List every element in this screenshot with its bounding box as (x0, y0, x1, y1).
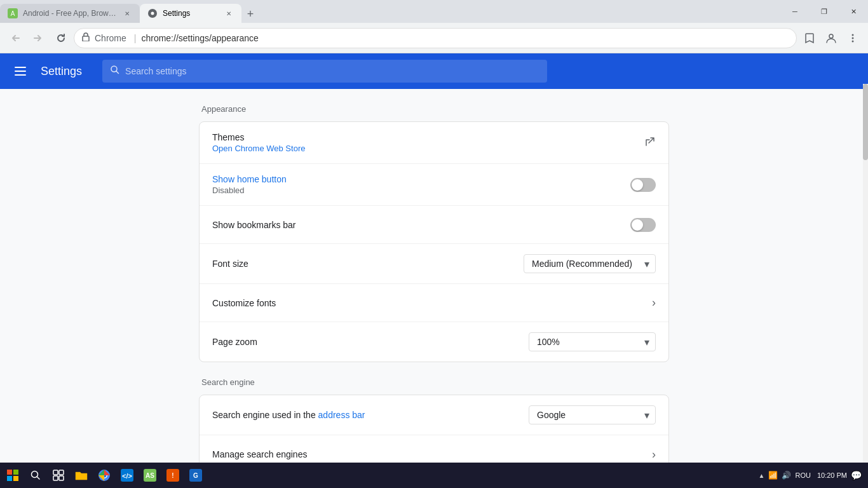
scrollbar-thumb[interactable] (863, 84, 868, 160)
search-engine-card: Search engine used in the address bar Go… (199, 395, 669, 463)
content-area: Appearance Themes Open Chrome Web Store (0, 89, 868, 463)
show-home-button-row[interactable]: Show home button Disabled (200, 164, 668, 206)
tab-android[interactable]: A Android - Free App, Browser & C ✕ (0, 4, 140, 23)
show-bookmarks-bar-title: Show bookmarks bar (212, 220, 630, 230)
toggle-knob (632, 179, 643, 191)
taskbar: </> AS ! G ▲ 📶 (0, 463, 868, 488)
maximize-button[interactable]: ❐ (810, 0, 839, 23)
system-tray: ▲ 📶 🔊 ROU 10:20 PM 💬 (759, 470, 862, 480)
show-home-button-label: Show home button Disabled (212, 174, 630, 195)
customize-fonts-row[interactable]: Customize fonts › (200, 284, 668, 322)
appearance-section-title: Appearance (199, 104, 669, 114)
font-size-select[interactable]: Very Small Small Medium (Recommended) La… (524, 254, 656, 273)
svg-point-4 (829, 34, 833, 38)
extra-taskbar-icon[interactable]: G (186, 465, 206, 485)
settings-page-title: Settings (41, 65, 82, 78)
font-size-select-wrapper: Very Small Small Medium (Recommended) La… (524, 254, 656, 273)
taskbar-right: ▲ 📶 🔊 ROU 10:20 PM 💬 (759, 470, 868, 480)
url-text: chrome://settings/appearance (141, 33, 258, 43)
account-button[interactable] (821, 28, 841, 48)
address-bar[interactable]: Chrome | chrome://settings/appearance (74, 28, 797, 48)
appearance-card: Themes Open Chrome Web Store Show home b… (199, 121, 669, 362)
forward-button[interactable] (28, 28, 48, 48)
svg-rect-9 (7, 470, 12, 475)
taskbar-chrome-icon[interactable] (94, 465, 114, 485)
navbar-right (799, 28, 863, 48)
start-button[interactable] (3, 465, 23, 485)
taskbar-search-button[interactable] (25, 465, 46, 485)
font-size-row: Font size Very Small Small Medium (Recom… (200, 244, 668, 284)
menu-button[interactable] (843, 28, 863, 48)
bookmark-button[interactable] (799, 28, 820, 48)
titlebar: A Android - Free App, Browser & C ✕ Sett… (0, 0, 868, 23)
search-icon (110, 65, 120, 78)
customize-fonts-chevron-icon: › (652, 296, 656, 309)
language-indicator: ROU (795, 471, 810, 479)
svg-rect-3 (83, 36, 89, 41)
android-studio-icon[interactable]: AS (140, 465, 160, 485)
lock-icon (82, 32, 90, 43)
search-input[interactable] (125, 66, 539, 76)
page-zoom-label: Page zoom (212, 337, 529, 347)
tab-settings[interactable]: Settings ✕ (140, 4, 241, 23)
show-home-button-title: Show home button (212, 174, 630, 184)
font-size-title: Font size (212, 259, 524, 269)
tab1-close-button[interactable]: ✕ (122, 8, 132, 18)
show-home-button-toggle[interactable] (630, 178, 656, 192)
themes-sublabel[interactable]: Open Chrome Web Store (212, 144, 644, 153)
customize-fonts-title: Customize fonts (212, 298, 652, 308)
themes-row[interactable]: Themes Open Chrome Web Store (200, 122, 668, 164)
back-button[interactable] (5, 28, 25, 48)
search-engine-select[interactable]: Google Bing Yahoo! DuckDuckGo (529, 405, 656, 424)
refresh-button[interactable] (51, 28, 71, 48)
themes-label: Themes Open Chrome Web Store (212, 132, 644, 153)
font-size-label: Font size (212, 259, 524, 269)
search-engine-label: Search engine used in the address bar (212, 410, 529, 420)
manage-search-engines-title: Manage search engines (212, 449, 652, 459)
task-view-button[interactable] (48, 465, 69, 485)
search-engine-select-wrapper: Google Bing Yahoo! DuckDuckGo ▾ (529, 405, 656, 424)
settings-header: Settings (0, 53, 868, 89)
page-zoom-row: Page zoom 75% 90% 100% 110% 125% 150% 17… (200, 322, 668, 362)
file-explorer-button[interactable] (71, 465, 92, 485)
svg-rect-12 (13, 476, 18, 481)
customize-fonts-label: Customize fonts (212, 298, 652, 308)
svg-text:!: ! (172, 472, 173, 479)
svg-rect-11 (7, 476, 12, 481)
address-bar-link[interactable]: address bar (318, 410, 365, 420)
content-inner: Appearance Themes Open Chrome Web Store (186, 104, 682, 463)
svg-rect-10 (13, 470, 18, 475)
manage-search-engines-row[interactable]: Manage search engines › (200, 435, 668, 463)
window-controls: ─ ❐ ✕ (780, 0, 868, 23)
svg-point-5 (852, 34, 854, 36)
svg-rect-14 (53, 470, 58, 475)
menu-icon-button[interactable] (10, 61, 31, 81)
settings-search-bar[interactable] (102, 60, 547, 83)
tab1-favicon: A (8, 8, 18, 18)
scrollbar-track[interactable] (863, 84, 868, 463)
show-bookmarks-bar-toggle[interactable] (630, 218, 656, 232)
svg-text:G: G (193, 472, 198, 479)
page-zoom-select[interactable]: 75% 90% 100% 110% 125% 150% 175% 200% (529, 332, 656, 351)
svg-point-6 (852, 37, 854, 39)
tray-expand-icon[interactable]: ▲ (759, 472, 765, 479)
themes-title: Themes (212, 132, 644, 142)
minimize-button[interactable]: ─ (780, 0, 810, 23)
show-home-button-sublabel: Disabled (212, 186, 630, 195)
new-tab-button[interactable]: + (241, 5, 259, 23)
show-bookmarks-bar-row[interactable]: Show bookmarks bar (200, 206, 668, 244)
tab2-title: Settings (163, 9, 219, 18)
vscode-icon[interactable]: </> (117, 465, 137, 485)
external-link-icon (644, 136, 656, 150)
svg-text:AS: AS (146, 472, 154, 479)
manage-search-engines-label: Manage search engines (212, 449, 652, 459)
page-zoom-select-wrapper: 75% 90% 100% 110% 125% 150% 175% 200% ▾ (529, 332, 656, 351)
action-center-icon[interactable]: 💬 (851, 470, 862, 480)
tab2-close-button[interactable]: ✕ (224, 8, 234, 18)
toggle-knob2 (632, 219, 643, 231)
close-button[interactable]: ✕ (839, 0, 868, 23)
url-separator: | (134, 33, 137, 43)
tab-bar: A Android - Free App, Browser & C ✕ Sett… (0, 0, 780, 23)
svg-text:</>: </> (122, 472, 132, 480)
notification-icon[interactable]: ! (163, 465, 183, 485)
